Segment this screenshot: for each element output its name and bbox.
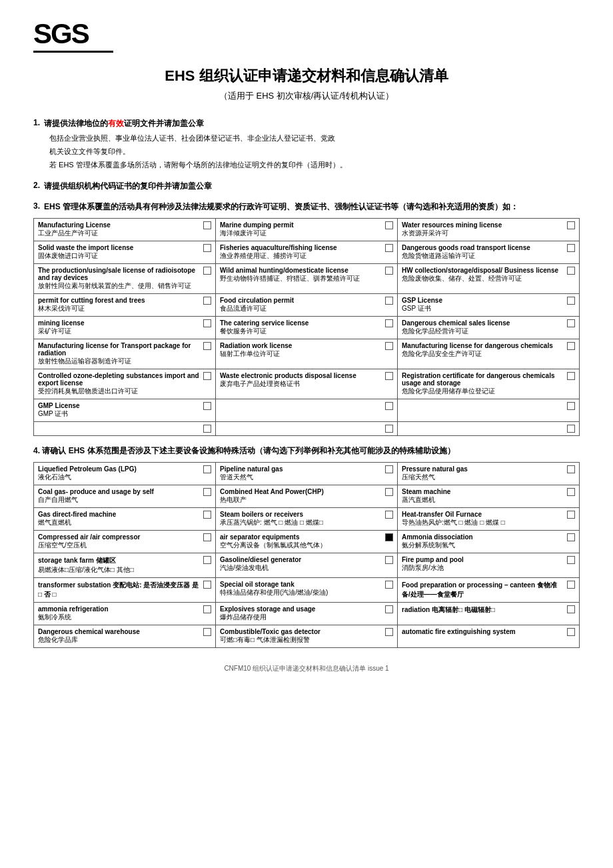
checkbox[interactable] [203, 605, 211, 613]
sub-title: （适用于 EHS 初次审核/再认证/转机构认证） [33, 90, 580, 102]
table-cell [216, 422, 398, 436]
checkbox[interactable] [203, 297, 211, 305]
table-cell: Gas direct-fired machine燃气直燃机 [34, 508, 216, 531]
checkbox[interactable] [385, 488, 393, 496]
cell-en-text: Dangerous chemical sales license [402, 319, 564, 327]
table-cell: Special oil storage tank特殊油品储存和使用(汽油/燃油/… [216, 578, 398, 603]
checkbox[interactable] [385, 297, 393, 305]
table-cell: HW collection/storage/disposal/ Business… [398, 264, 580, 294]
cell-zh-text: 采矿许可证 [38, 327, 201, 336]
cell-zh-text: 易燃液体□压缩/液化气体□ 其他□ [38, 565, 134, 575]
cell-zh-text: 自产自用燃气 [38, 495, 154, 505]
section-1-body: 包括企业营业执照、事业单位法人证书、社会团体登记证书、非企业法人登记证书、党政 … [49, 132, 580, 171]
cell-en-text: Pressure natural gas [402, 465, 468, 473]
checkbox[interactable] [567, 267, 575, 275]
table-cell: Food preparation or processing – canteen… [398, 578, 580, 603]
checkbox[interactable] [385, 342, 393, 350]
checkbox[interactable] [203, 511, 211, 519]
cell-en-text: Fire pump and pool [402, 556, 464, 563]
checkbox[interactable] [567, 297, 575, 305]
checkbox[interactable] [385, 319, 393, 327]
checkbox[interactable] [567, 581, 575, 589]
checkbox[interactable] [567, 244, 575, 252]
checkbox[interactable] [567, 511, 575, 519]
main-title: EHS 组织认证申请递交材料和信息确认清单 [33, 66, 580, 86]
cell-zh-text: GSP 证书 [402, 304, 564, 313]
table-cell: Pressure natural gas压缩天然气 [398, 463, 580, 485]
cell-zh-text: 餐饮服务许可证 [220, 327, 382, 336]
checkbox[interactable] [385, 267, 393, 275]
table-cell: Fisheries aquaculture/fishing license渔业养… [216, 241, 398, 264]
cell-en-text: Combustible/Toxic gas detector [220, 628, 320, 635]
checkbox[interactable] [203, 372, 211, 380]
table-cell: Compressed air /air compressor压缩空气/空压机 [34, 531, 216, 553]
cell-en-text: GSP License [402, 297, 564, 304]
checkbox[interactable] [567, 628, 575, 636]
checkbox[interactable] [203, 556, 211, 564]
checkbox[interactable] [203, 319, 211, 327]
checkbox[interactable] [567, 221, 575, 229]
checkbox[interactable] [203, 628, 211, 636]
checkbox[interactable] [385, 244, 393, 252]
cell-zh-text: 放射性物品运输容器制造许可证 [38, 357, 201, 366]
checkbox[interactable] [385, 556, 393, 564]
table-cell: Gasoline/diesel generator汽油/柴油发电机 [216, 553, 398, 578]
cell-en-text: transformer substation 变配电站: 是否油浸变压器 是 □… [38, 581, 201, 599]
checkbox[interactable] [203, 221, 211, 229]
table-cell: storage tank farm 储罐区易燃液体□压缩/液化气体□ 其他□ [34, 553, 216, 578]
table-cell: GSP LicenseGSP 证书 [398, 294, 580, 317]
cell-zh-text: 工业产品生产许可证 [38, 229, 201, 238]
cell-en-text: Solid waste the import license [38, 244, 201, 251]
section-1-title: 1. 请提供法律地位的有效证明文件并请加盖公章 [33, 118, 580, 129]
checkbox[interactable] [385, 221, 393, 229]
checkbox[interactable] [203, 244, 211, 252]
checkbox[interactable] [567, 556, 575, 564]
cell-zh-text: 压缩天然气 [402, 473, 468, 482]
checkbox[interactable] [385, 402, 393, 410]
cell-en-text: GMP License [38, 402, 201, 409]
cell-zh-text: 食品流通许可证 [220, 304, 382, 313]
checkbox[interactable] [385, 605, 393, 613]
checkbox[interactable] [567, 319, 575, 327]
table-cell: Heat-transfer Oil Furnace导热油热风炉:燃气 □ 燃油 … [398, 508, 580, 531]
checkbox[interactable] [203, 488, 211, 496]
checkbox[interactable] [385, 425, 393, 433]
table-cell: Radiation work license辐射工作单位许可证 [216, 339, 398, 369]
checkbox[interactable] [203, 425, 211, 433]
table-cell [34, 422, 216, 436]
cell-en-text: automatic fire extinguishing system [402, 628, 516, 635]
checkbox[interactable] [203, 342, 211, 350]
checkbox[interactable] [203, 533, 211, 541]
cell-zh-text: 辐射工作单位许可证 [220, 349, 382, 359]
checkbox[interactable] [385, 581, 393, 589]
table-cell: Explosives storage and usage爆炸品储存使用 [216, 603, 398, 625]
checkbox[interactable] [567, 425, 575, 433]
cell-zh-text: 废弃电子产品处理资格证书 [220, 379, 382, 389]
checkbox[interactable] [203, 267, 211, 275]
checkbox[interactable] [385, 511, 393, 519]
checkbox[interactable] [203, 581, 211, 589]
cell-en-text: Waste electronic products disposal licen… [220, 372, 382, 379]
checkbox[interactable] [567, 372, 575, 380]
logo-text: SGS [33, 20, 89, 48]
checkbox[interactable] [567, 342, 575, 350]
table-cell: Coal gas- produce and usage by self自产自用燃… [34, 485, 216, 508]
checkbox[interactable] [567, 465, 575, 473]
table-cell: Combined Heat And Power(CHP)热电联产 [216, 485, 398, 508]
table-cell: Solid waste the import license固体废物进口许可证 [34, 241, 216, 264]
checkbox[interactable] [567, 605, 575, 613]
checkbox[interactable] [567, 402, 575, 410]
checkbox[interactable] [385, 628, 393, 636]
table-cell: Dangerous chemical warehouse危险化学品库 [34, 625, 216, 648]
checkbox[interactable] [567, 533, 575, 541]
checkbox[interactable] [385, 465, 393, 473]
cell-en-text: radiation 电离辐射□ 电磁辐射□ [402, 605, 495, 615]
cell-en-text: Gasoline/diesel generator [220, 556, 301, 563]
checkbox[interactable] [385, 533, 393, 541]
cell-zh-text: 可燃□有毒□ 气体泄漏检测报警 [220, 635, 320, 645]
checkbox[interactable] [203, 465, 211, 473]
checkbox[interactable] [203, 402, 211, 410]
checkbox[interactable] [385, 372, 393, 380]
logo: SGS [33, 20, 113, 53]
checkbox[interactable] [567, 488, 575, 496]
